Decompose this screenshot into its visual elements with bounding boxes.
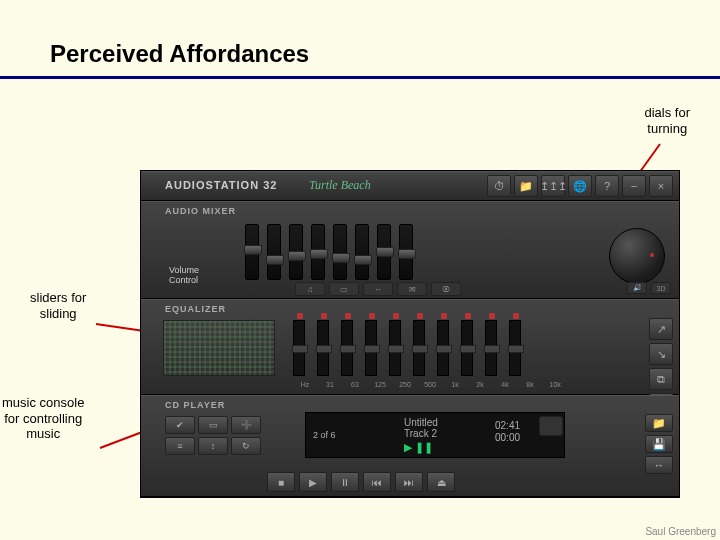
mixer-slider[interactable] xyxy=(399,224,413,280)
eject-button[interactable]: ⏏ xyxy=(427,472,455,492)
eq-band-slider[interactable] xyxy=(437,320,449,376)
dial-indicator-dot xyxy=(650,253,654,257)
eq-band-slider[interactable] xyxy=(389,320,401,376)
mixer-mail-button[interactable]: ✉ xyxy=(397,282,427,296)
mixer-wide-button[interactable]: ↔ xyxy=(363,282,393,296)
mixer-slider[interactable] xyxy=(289,224,303,280)
equalizer-panel: EQUALIZER Hz 31 63 125 250 500 1 xyxy=(141,299,679,395)
eq-band-slider[interactable] xyxy=(509,320,521,376)
prev-button[interactable]: ⏮ xyxy=(363,472,391,492)
audio-console: AUDIOSTATION 32 Turtle Beach ⏱ 📁 ↥↥↥ 🌐 ?… xyxy=(140,170,680,498)
brand-name: AUDIOSTATION 32 xyxy=(165,179,277,191)
cd-check-button[interactable]: ✔ xyxy=(165,416,195,434)
mixer-slider[interactable] xyxy=(377,224,391,280)
cd-shuffle-button[interactable]: ↕ xyxy=(198,437,228,455)
eq-sliders xyxy=(293,320,521,386)
cd-mode-buttons: ✔ ▭ ➕ ≡ ↕ ↻ xyxy=(165,416,261,455)
mixer-slider[interactable] xyxy=(245,224,259,280)
cd-display: Untitled Track 2 ▶ ❚❚ xyxy=(305,412,565,458)
cd-list-button[interactable]: ≡ xyxy=(165,437,195,455)
eq-freq: 2k xyxy=(472,381,488,388)
close-button[interactable]: × xyxy=(649,175,673,197)
clock-button[interactable]: ⏱ xyxy=(487,175,511,197)
brand-bar: AUDIOSTATION 32 Turtle Beach ⏱ 📁 ↥↥↥ 🌐 ?… xyxy=(141,171,679,201)
eq-copy-button[interactable]: ⧉ xyxy=(649,368,673,390)
mixer-right-indicators: 🔊 3D xyxy=(627,282,671,294)
annotation-sliders: sliders for sliding xyxy=(30,290,86,321)
cd-badge-icon xyxy=(539,416,563,436)
stop-button[interactable]: ■ xyxy=(267,472,295,492)
eq-band-slider[interactable] xyxy=(293,320,305,376)
threeD-indicator[interactable]: 3D xyxy=(651,282,671,294)
eq-freq: 125 xyxy=(372,381,388,388)
equalizer-label: EQUALIZER xyxy=(165,304,226,314)
cd-track: Track 2 xyxy=(404,428,558,439)
eq-band-slider[interactable] xyxy=(413,320,425,376)
annotation-dials: dials for turning xyxy=(644,105,690,136)
next-button[interactable]: ⏭ xyxy=(395,472,423,492)
cd-track-count: 2 of 6 xyxy=(313,430,336,440)
cd-wide-button[interactable]: ↔ xyxy=(645,456,673,474)
eq-freq: 1k xyxy=(447,381,463,388)
play-button[interactable]: ▶ xyxy=(299,472,327,492)
cd-play-state-icon: ▶ ❚❚ xyxy=(404,441,558,454)
mixer-panel: AUDIO MIXER Volume Control ♫ ▭ ↔ ✉ ⦿ 🔊 xyxy=(141,201,679,299)
cd-time-elapsed: 02:41 xyxy=(495,420,520,432)
brand-logo: Turtle Beach xyxy=(309,178,371,193)
eq-freq: 4k xyxy=(497,381,513,388)
eq-band-slider[interactable] xyxy=(317,320,329,376)
cd-repeat-button[interactable]: ↻ xyxy=(231,437,261,455)
cd-open-button[interactable]: 📁 xyxy=(645,414,673,432)
eq-frequency-labels: Hz 31 63 125 250 500 1k 2k 4k 8k 10k xyxy=(297,381,563,388)
eq-freq: 250 xyxy=(397,381,413,388)
eq-down-button[interactable]: ↘ xyxy=(649,343,673,365)
mixer-target-button[interactable]: ⦿ xyxy=(431,282,461,296)
mixer-music-button[interactable]: ♫ xyxy=(295,282,325,296)
eq-band-slider[interactable] xyxy=(461,320,473,376)
speaker-indicator[interactable]: 🔊 xyxy=(627,282,647,294)
cd-time-display: 02:41 00:00 xyxy=(495,420,520,444)
eq-band-slider[interactable] xyxy=(485,320,497,376)
mixer-label: AUDIO MIXER xyxy=(165,206,236,216)
cd-player-panel: CD PLAYER ✔ ▭ ➕ ≡ ↕ ↻ Untitled Track 2 ▶… xyxy=(141,395,679,497)
open-button[interactable]: 📁 xyxy=(514,175,538,197)
cd-add-button[interactable]: ➕ xyxy=(231,416,261,434)
mixer-slider[interactable] xyxy=(333,224,347,280)
eq-freq: 31 xyxy=(322,381,338,388)
eq-freq: 500 xyxy=(422,381,438,388)
pause-button[interactable]: ⏸ xyxy=(331,472,359,492)
eq-freq: 8k xyxy=(522,381,538,388)
eq-up-button[interactable]: ↗ xyxy=(649,318,673,340)
eq-band-slider[interactable] xyxy=(365,320,377,376)
eq-freq: 10k xyxy=(547,381,563,388)
slide-credit: Saul Greenberg xyxy=(645,526,716,537)
mixer-slider[interactable] xyxy=(267,224,281,280)
eq-spectrum-display xyxy=(163,320,275,376)
top-button-row: ⏱ 📁 ↥↥↥ 🌐 ? − × xyxy=(487,175,673,197)
globe-button[interactable]: 🌐 xyxy=(568,175,592,197)
volume-dial[interactable] xyxy=(609,228,665,284)
eq-band-slider[interactable] xyxy=(341,320,353,376)
mixer-rect-button[interactable]: ▭ xyxy=(329,282,359,296)
help-button[interactable]: ? xyxy=(595,175,619,197)
cd-player-label: CD PLAYER xyxy=(165,400,225,410)
annotation-console: music console for controlling music xyxy=(2,395,84,442)
mixer-mode-buttons: ♫ ▭ ↔ ✉ ⦿ xyxy=(295,282,461,296)
cd-right-buttons: 📁 💾 ↔ xyxy=(645,414,673,474)
eq-freq: 63 xyxy=(347,381,363,388)
cd-rect-button[interactable]: ▭ xyxy=(198,416,228,434)
cd-title: Untitled xyxy=(404,417,558,428)
cd-time-remaining: 00:00 xyxy=(495,432,520,444)
eq-freq: Hz xyxy=(297,381,313,388)
cd-transport-buttons: ■ ▶ ⏸ ⏮ ⏭ ⏏ xyxy=(267,472,455,492)
levels-button[interactable]: ↥↥↥ xyxy=(541,175,565,197)
mixer-slider[interactable] xyxy=(355,224,369,280)
slide-title: Perceived Affordances xyxy=(0,0,720,79)
minimize-button[interactable]: − xyxy=(622,175,646,197)
cd-save-button[interactable]: 💾 xyxy=(645,435,673,453)
mixer-slider[interactable] xyxy=(311,224,325,280)
